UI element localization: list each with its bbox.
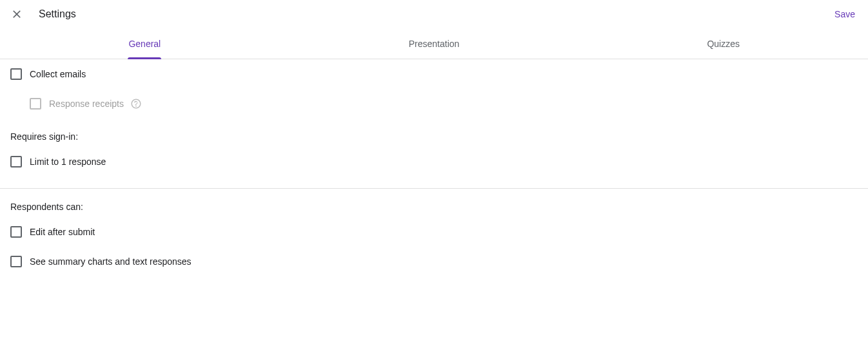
option-edit-after: Edit after submit [0,217,868,247]
close-button[interactable] [9,6,25,22]
label-collect-emails: Collect emails [30,69,86,79]
label-edit-after: Edit after submit [30,227,95,237]
settings-content: Collect emails Response receipts Require… [0,59,868,276]
close-icon [10,8,23,21]
checkbox-limit-one[interactable] [10,156,22,167]
dialog-header: Settings Save [0,0,868,28]
save-button[interactable]: Save [831,6,859,22]
label-response-receipts: Response receipts [49,99,124,109]
label-limit-one: Limit to 1 response [30,157,106,167]
tab-general[interactable]: General [0,28,290,59]
label-see-summary: See summary charts and text responses [30,256,192,267]
checkbox-see-summary[interactable] [10,256,22,267]
help-icon[interactable] [130,98,142,110]
option-see-summary: See summary charts and text responses [0,247,868,276]
option-limit-one: Limit to 1 response [0,147,868,177]
heading-respondents-can: Respondents can: [0,189,868,217]
option-collect-emails: Collect emails [0,59,868,89]
checkbox-edit-after[interactable] [10,226,22,238]
heading-requires-signin: Requires sign-in: [0,119,868,147]
checkbox-collect-emails[interactable] [10,68,22,80]
checkbox-response-receipts [30,98,41,110]
option-response-receipts: Response receipts [0,89,868,119]
tab-quizzes[interactable]: Quizzes [578,28,868,59]
tab-presentation[interactable]: Presentation [290,28,579,59]
page-title: Settings [39,8,76,20]
tabs: General Presentation Quizzes [0,28,868,59]
